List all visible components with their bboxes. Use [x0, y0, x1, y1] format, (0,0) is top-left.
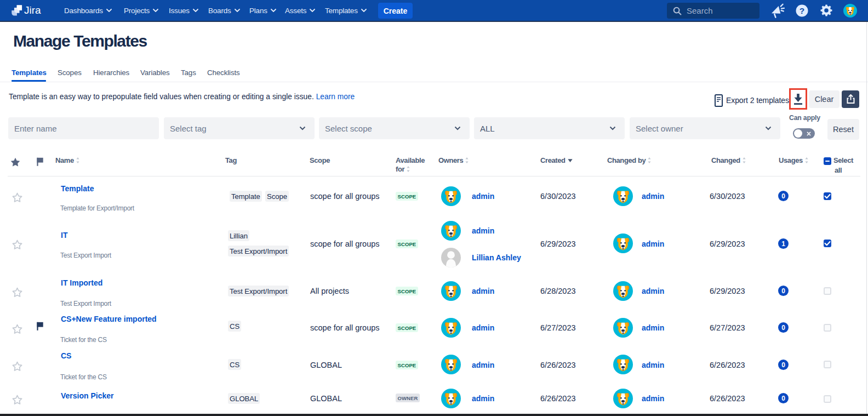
svg-text:?: ?: [800, 6, 804, 15]
